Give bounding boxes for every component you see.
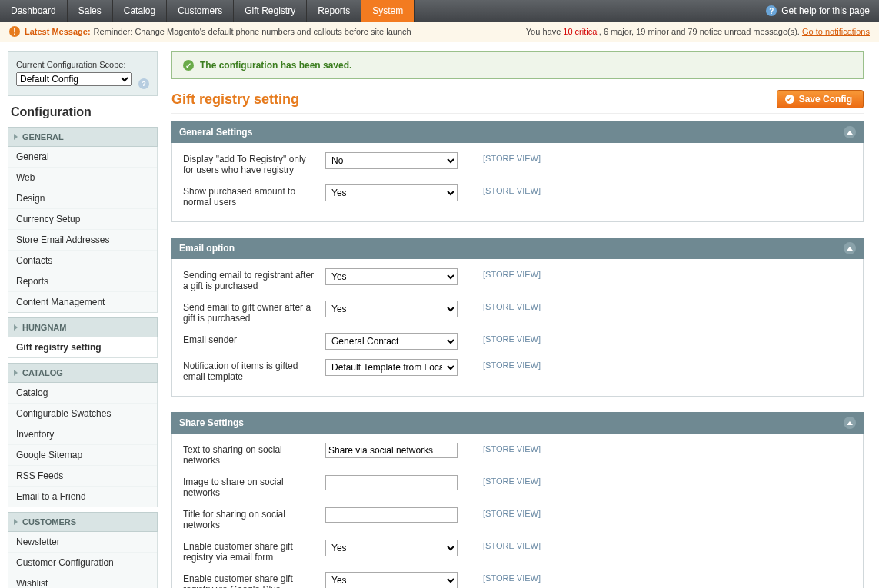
sidebar-item-catalog[interactable]: Catalog [8, 383, 157, 403]
topnav-item-catalog[interactable]: Catalog [113, 0, 167, 22]
section-body: Text to sharing on social networks[STORE… [171, 434, 864, 588]
warning-icon: ! [9, 26, 20, 37]
sidebar-item-email-to-a-friend[interactable]: Email to a Friend [8, 486, 157, 507]
field-input[interactable] [325, 443, 458, 458]
section-body: Display "add To Registry" only for users… [171, 143, 864, 222]
sidebar-item-wishlist[interactable]: Wishlist [8, 573, 157, 588]
sidebar-item-currency-setup[interactable]: Currency Setup [8, 208, 157, 229]
top-nav: DashboardSalesCatalogCustomersGift Regis… [0, 0, 879, 22]
section-general-settings: General SettingsDisplay "add To Registry… [171, 121, 864, 222]
help-icon: ? [766, 5, 777, 16]
nav-group-hungnam[interactable]: HUNGNAM [8, 317, 158, 337]
scope-tag: [STORE VIEW] [483, 268, 541, 279]
main-content: ✓ The configuration has been saved. Gift… [171, 51, 871, 588]
scope-tag: [STORE VIEW] [483, 443, 541, 453]
field-label: Enable customer share gift registry via … [183, 572, 325, 588]
topnav-item-gift-registry[interactable]: Gift Registry [234, 0, 307, 22]
scope-tag: [STORE VIEW] [483, 152, 541, 163]
latest-label: Latest Message: [25, 27, 91, 36]
field-select[interactable]: No [325, 152, 458, 169]
save-config-button[interactable]: ✓ Save Config [777, 90, 864, 108]
topnav-item-sales[interactable]: Sales [68, 0, 113, 22]
scope-tag: [STORE VIEW] [483, 333, 541, 344]
help-icon[interactable]: ? [138, 78, 149, 89]
sidebar-item-newsletter[interactable]: Newsletter [8, 532, 157, 552]
config-scope-box: Current Configuration Scope: Default Con… [8, 51, 158, 96]
field-label: Image to share on social networks [183, 475, 325, 498]
sidebar-item-web[interactable]: Web [8, 167, 157, 188]
scope-select[interactable]: Default Config [16, 72, 132, 86]
help-link[interactable]: ?Get help for this page [757, 0, 879, 22]
field-row: Enable customer share gift registry via … [183, 572, 852, 588]
field-row: Image to share on social networks[STORE … [183, 475, 852, 498]
field-select[interactable]: Yes [325, 301, 458, 317]
field-label: Sending email to registrant after a gift… [183, 268, 325, 291]
sidebar-item-configurable-swatches[interactable]: Configurable Swatches [8, 403, 157, 424]
field-row: Send email to gift owner after a gift is… [183, 301, 852, 324]
scope-tag: [STORE VIEW] [483, 359, 541, 370]
field-label: Display "add To Registry" only for users… [183, 152, 325, 175]
collapse-icon[interactable] [844, 126, 856, 138]
topnav-item-customers[interactable]: Customers [167, 0, 234, 22]
section-email-option: Email optionSending email to registrant … [171, 238, 864, 397]
summary-mid: , 6 major, 19 minor and 79 notice unread… [599, 27, 802, 36]
section-share-settings: Share SettingsText to sharing on social … [171, 412, 864, 588]
check-icon: ✓ [785, 95, 794, 104]
nav-group-catalog[interactable]: CATALOG [8, 363, 158, 383]
field-label: Email sender [183, 333, 325, 345]
field-input[interactable] [325, 507, 458, 523]
scope-tag: [STORE VIEW] [483, 540, 541, 550]
section-header[interactable]: Email option [171, 238, 864, 259]
nav-group-customers[interactable]: CUSTOMERS [8, 512, 158, 532]
notice-summary: You have 10 critical, 6 major, 19 minor … [526, 27, 870, 36]
sidebar-item-general[interactable]: General [8, 147, 157, 167]
sidebar-item-contacts[interactable]: Contacts [8, 250, 157, 271]
collapse-icon[interactable] [844, 417, 856, 429]
help-label: Get help for this page [781, 5, 870, 16]
sidebar-item-design[interactable]: Design [8, 188, 157, 208]
success-text: The configuration has been saved. [200, 60, 351, 71]
field-select[interactable]: General Contact [325, 333, 458, 350]
sidebar-item-reports[interactable]: Reports [8, 271, 157, 291]
section-header[interactable]: Share Settings [171, 412, 864, 434]
sidebar-item-google-sitemap[interactable]: Google Sitemap [8, 444, 157, 465]
field-select[interactable]: Yes [325, 572, 458, 588]
title-bar: Gift registry setting ✓ Save Config [171, 90, 864, 114]
field-row: Email senderGeneral Contact[STORE VIEW] [183, 333, 852, 350]
field-label: Enable customer share gift registry via … [183, 540, 325, 563]
topnav-item-system[interactable]: System [361, 0, 415, 22]
section-title: General Settings [179, 127, 252, 138]
field-select[interactable]: Yes [325, 540, 458, 556]
topnav-item-reports[interactable]: Reports [307, 0, 361, 22]
sidebar-title: Configuration [11, 105, 158, 119]
field-select[interactable]: Yes [325, 268, 458, 285]
scope-tag: [STORE VIEW] [483, 475, 541, 486]
section-body: Sending email to registrant after a gift… [171, 259, 864, 397]
sidebar-item-store-email-addresses[interactable]: Store Email Addresses [8, 229, 157, 250]
collapse-icon[interactable] [844, 242, 856, 254]
field-label: Notification of items is gifted email te… [183, 359, 325, 382]
sidebar-item-inventory[interactable]: Inventory [8, 424, 157, 444]
field-row: Notification of items is gifted email te… [183, 359, 852, 382]
sidebar-item-gift-registry-setting[interactable]: Gift registry setting [8, 337, 157, 357]
section-header[interactable]: General Settings [171, 121, 864, 143]
field-label: Send email to gift owner after a gift is… [183, 301, 325, 324]
nav-group-general[interactable]: GENERAL [8, 127, 158, 147]
field-select[interactable]: Default Template from Locale [325, 359, 458, 376]
field-label: Title for sharing on social networks [183, 507, 325, 530]
field-input[interactable] [325, 475, 458, 490]
latest-message: Reminder: Change Magento's default phone… [94, 27, 411, 36]
check-icon: ✓ [183, 60, 194, 71]
field-select[interactable]: Yes [325, 184, 458, 201]
field-row: Display "add To Registry" only for users… [183, 152, 852, 175]
scope-tag: [STORE VIEW] [483, 301, 541, 311]
sidebar-item-content-management[interactable]: Content Management [8, 291, 157, 312]
topnav-item-dashboard[interactable]: Dashboard [0, 0, 68, 22]
field-row: Text to sharing on social networks[STORE… [183, 443, 852, 466]
sidebar-item-customer-configuration[interactable]: Customer Configuration [8, 552, 157, 573]
go-to-notifications-link[interactable]: Go to notifications [802, 27, 870, 36]
notice-bar: ! Latest Message: Reminder: Change Magen… [0, 22, 879, 42]
field-row: Title for sharing on social networks[STO… [183, 507, 852, 530]
scope-tag: [STORE VIEW] [483, 184, 541, 195]
sidebar-item-rss-feeds[interactable]: RSS Feeds [8, 465, 157, 486]
